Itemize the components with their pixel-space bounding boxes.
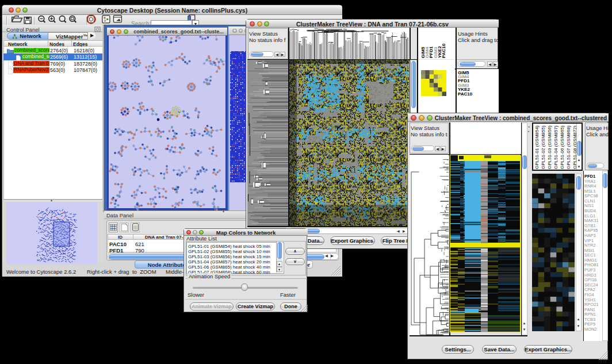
- svg-text:GPL51-03 (GSM856): GPL51-03 (GSM856): [547, 125, 552, 169]
- svg-text:GPL51-04 (GSM857): GPL51-04 (GSM857): [553, 125, 559, 169]
- svg-text:GPL51-01 (GSM854): GPL51-01 (GSM854): [534, 125, 540, 169]
- svg-text:GPL51-07 (GSM868): GPL51-07 (GSM868): [566, 125, 571, 169]
- svg-text:GPL51-06 (GSM865): GPL51-06 (GSM865): [560, 125, 565, 169]
- svg-text:PAC10: PAC10: [441, 43, 446, 58]
- svg-text:GPL51-02 (GSM855): GPL51-02 (GSM855): [541, 125, 546, 169]
